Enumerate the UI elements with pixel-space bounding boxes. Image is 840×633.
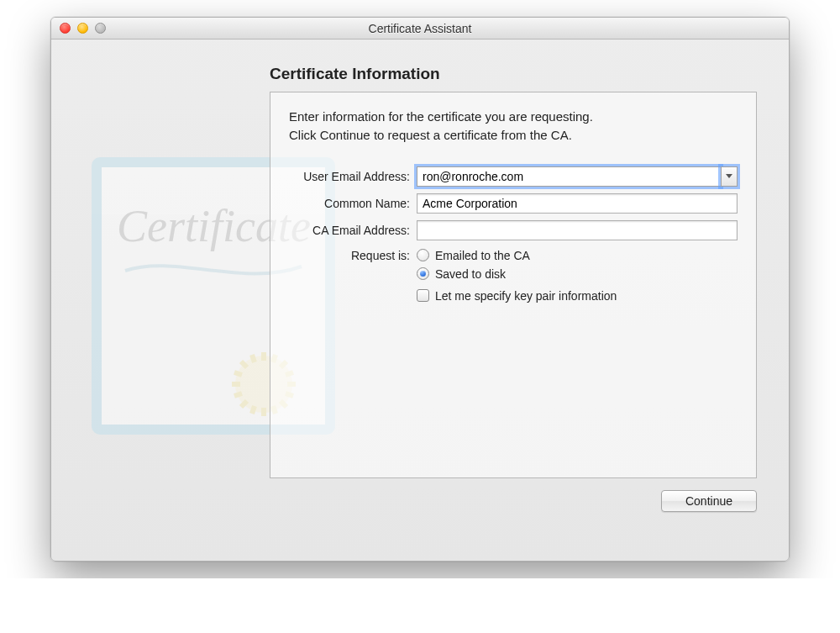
- continue-button[interactable]: Continue: [661, 490, 757, 512]
- user-email-dropdown-button[interactable]: [721, 166, 738, 187]
- svg-line-11: [252, 355, 255, 362]
- instructions-line2: Click Continue to request a certificate …: [289, 128, 572, 142]
- radio-saved-indicator: [417, 267, 429, 280]
- ca-email-label: CA Email Address:: [289, 224, 417, 237]
- user-email-combo: [417, 166, 738, 187]
- common-name-label: Common Name:: [289, 197, 417, 210]
- window-title: Certificate Assistant: [51, 22, 789, 35]
- close-button[interactable]: [60, 23, 71, 34]
- titlebar: Certificate Assistant: [51, 18, 789, 40]
- svg-line-15: [234, 393, 242, 396]
- user-email-row: User Email Address:: [289, 166, 738, 187]
- form-panel: Enter information for the certificate yo…: [270, 92, 757, 478]
- user-email-input[interactable]: [417, 166, 721, 187]
- common-name-row: Common Name:: [289, 193, 738, 214]
- svg-line-7: [241, 361, 247, 367]
- window-controls: [51, 23, 106, 34]
- radio-saved-label: Saved to disk: [435, 267, 506, 281]
- button-row: Continue: [270, 490, 757, 512]
- minimize-button[interactable]: [77, 23, 88, 34]
- request-is-label: Request is:: [289, 247, 417, 262]
- user-email-label: User Email Address:: [289, 170, 417, 183]
- radio-saved-to-disk[interactable]: Saved to disk: [417, 267, 738, 281]
- instructions: Enter information for the certificate yo…: [289, 108, 738, 145]
- svg-line-9: [241, 401, 247, 407]
- instructions-line1: Enter information for the certificate yo…: [289, 109, 593, 124]
- radio-emailed-label: Emailed to the CA: [435, 249, 530, 262]
- zoom-button[interactable]: [95, 23, 106, 34]
- certificate-assistant-window: Certificate Assistant Certificate: [50, 17, 790, 562]
- common-name-input[interactable]: [417, 193, 738, 214]
- keypair-checkbox-row[interactable]: Let me specify key pair information: [417, 289, 738, 303]
- content-area: Certificate Certificate Information: [51, 40, 789, 561]
- chevron-down-icon: [726, 174, 732, 178]
- svg-line-17: [252, 406, 255, 414]
- ca-email-row: CA Email Address:: [289, 220, 738, 240]
- radio-emailed-indicator: [417, 249, 429, 261]
- radio-emailed-to-ca[interactable]: Emailed to the CA: [417, 249, 738, 262]
- keypair-checkbox-label: Let me specify key pair information: [435, 289, 617, 303]
- keypair-checkbox: [417, 289, 429, 302]
- section-heading: Certificate Information: [270, 65, 757, 83]
- svg-line-13: [234, 372, 242, 375]
- ca-email-input[interactable]: [417, 220, 738, 240]
- request-is-row: Request is: Emailed to the CA Saved to d…: [289, 247, 738, 308]
